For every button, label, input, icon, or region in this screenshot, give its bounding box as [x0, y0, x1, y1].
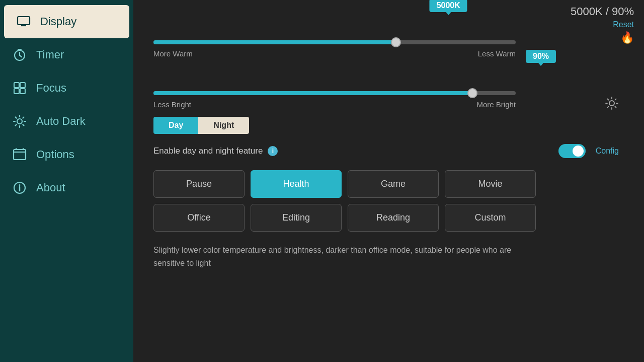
brightness-label-right: More Bright	[476, 100, 516, 109]
droplet-icon: 🔥	[620, 31, 634, 44]
sidebar-item-timer-label: Timer	[36, 48, 64, 61]
sidebar-item-about[interactable]: About	[0, 171, 133, 204]
brightness-track[interactable]	[153, 91, 516, 95]
sidebar-item-timer[interactable]: Timer	[0, 38, 133, 71]
main-content: 5000K / 90% Reset 🔥 5000K More Warm Less…	[133, 0, 644, 362]
svg-line-5	[20, 55, 22, 57]
temperature-slider-row: 5000K	[153, 15, 594, 44]
mode-buttons: Pause Health Game Movie Office Editing R…	[153, 170, 536, 232]
timer-icon	[12, 47, 27, 62]
day-button[interactable]: Day	[153, 117, 198, 134]
sidebar-item-auto-dark-label: Auto Dark	[36, 115, 86, 128]
temperature-fill	[153, 40, 396, 44]
svg-line-16	[16, 117, 17, 118]
svg-rect-7	[14, 83, 19, 88]
brightness-slider-row: 90%	[153, 66, 594, 95]
sidebar-item-about-label: About	[36, 181, 65, 194]
brightness-label-left: Less Bright	[153, 100, 191, 109]
mode-reading[interactable]: Reading	[348, 204, 439, 232]
config-button[interactable]: Config	[596, 147, 619, 156]
mode-office[interactable]: Office	[153, 204, 245, 232]
svg-rect-0	[18, 17, 30, 25]
options-icon	[12, 147, 27, 162]
night-button[interactable]: Night	[198, 117, 249, 134]
temperature-thumb[interactable]	[391, 37, 401, 47]
brightness-icon	[605, 96, 619, 112]
sidebar-item-auto-dark[interactable]: Auto Dark	[0, 105, 133, 138]
mode-health[interactable]: Health	[251, 170, 342, 198]
svg-rect-8	[20, 83, 25, 88]
sidebar-item-options[interactable]: Options	[0, 138, 133, 171]
temp-label-left: More Warm	[153, 49, 193, 58]
reset-button[interactable]: Reset	[613, 20, 634, 29]
about-icon	[12, 180, 27, 195]
sidebar-item-focus[interactable]: Focus	[0, 71, 133, 105]
mode-pause[interactable]: Pause	[153, 170, 245, 198]
mode-custom[interactable]: Custom	[445, 204, 536, 232]
enable-row: Enable day and night feature i Config	[153, 144, 624, 158]
temp-label-right: Less Warm	[478, 49, 516, 58]
enable-left: Enable day and night feature i	[153, 146, 278, 156]
svg-line-35	[608, 106, 609, 107]
sidebar-item-display[interactable]: Display	[4, 5, 129, 38]
mode-description: Slightly lower color temperature and bri…	[153, 244, 536, 269]
mode-editing[interactable]: Editing	[251, 204, 342, 232]
auto-dark-icon	[12, 114, 27, 129]
svg-line-18	[23, 117, 24, 118]
svg-line-32	[608, 99, 609, 100]
svg-point-27	[609, 101, 614, 106]
sidebar: Display Timer Focus	[0, 0, 133, 362]
sidebar-item-options-label: Options	[36, 148, 74, 161]
sidebar-item-focus-label: Focus	[36, 82, 66, 95]
svg-line-33	[615, 106, 616, 107]
svg-rect-20	[14, 150, 26, 160]
enable-right: Config	[558, 144, 619, 158]
day-night-toggle-switch[interactable]	[558, 144, 586, 158]
mode-movie[interactable]: Movie	[445, 170, 536, 198]
temperature-tooltip: 5000K	[430, 0, 467, 12]
brightness-thumb[interactable]	[467, 88, 477, 98]
svg-line-34	[615, 99, 616, 100]
svg-line-17	[23, 124, 24, 125]
sliders-section: 5000K More Warm Less Warm 90%	[153, 15, 624, 109]
enable-label: Enable day and night feature	[153, 146, 263, 156]
mode-game[interactable]: Game	[348, 170, 439, 198]
brightness-tooltip: 90%	[526, 50, 556, 63]
svg-line-19	[16, 124, 17, 125]
day-night-toggle: Day Night	[153, 117, 254, 134]
temperature-track[interactable]	[153, 40, 516, 44]
svg-point-11	[17, 119, 22, 124]
brightness-fill	[153, 91, 472, 95]
svg-point-26	[19, 184, 21, 186]
temperature-labels: More Warm Less Warm	[153, 49, 516, 58]
info-icon[interactable]: i	[268, 146, 278, 156]
sidebar-item-display-label: Display	[40, 15, 76, 28]
svg-rect-10	[20, 89, 25, 94]
description-text: Slightly lower color temperature and bri…	[153, 246, 511, 267]
display-icon	[16, 14, 31, 29]
svg-rect-9	[14, 89, 19, 94]
focus-icon	[12, 81, 27, 96]
brightness-labels: Less Bright More Bright	[153, 100, 516, 109]
